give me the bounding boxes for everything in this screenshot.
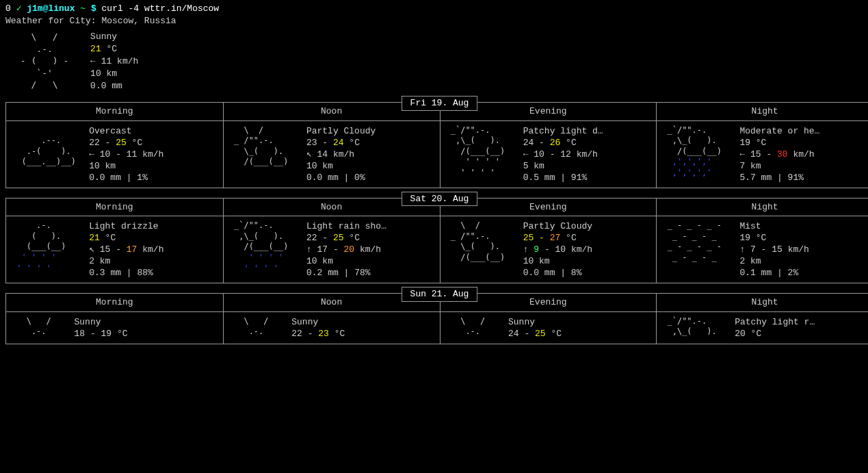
- forecast-precip: 0.0 mm | 8%: [523, 267, 651, 279]
- forecast-temp: 22 - 25 °C: [89, 137, 218, 149]
- forecast-wind: ↑ 7 - 15 km/h: [739, 244, 867, 255]
- weather-ascii-art: _`/"".-. ,\_( ). /(___(__) ' ' ' ' ' ' '…: [229, 220, 298, 279]
- forecast-visibility: 10 km: [523, 255, 651, 267]
- forecast-cell: .-. ( ). (___(__) ' ' ' ' ' ' ' ' Light …: [6, 216, 223, 283]
- forecast-precip: 0.0 mm | 0%: [306, 172, 434, 183]
- current-conditions: \ / .-. - ( ) - `-' / \ Sunny 21 °C ← 11…: [15, 31, 868, 92]
- forecast-cell: \ / .-. Sunny22 - 23 °C: [223, 312, 440, 344]
- forecast-visibility: 10 km: [306, 160, 434, 172]
- current-wind: ← 11 km/h: [90, 55, 138, 68]
- weather-ascii-art: _`/"".-. ,\_( ).: [662, 316, 726, 340]
- period-header-night: Night: [656, 103, 868, 120]
- forecast-cell: .--. .-( ). (___.__)__) Overcast22 - 25 …: [6, 121, 223, 188]
- forecast-cell: \ / .-. Sunny24 - 25 °C: [440, 312, 657, 344]
- forecast-day: Fri 19. AugMorningNoonEveningNight .--. …: [5, 102, 868, 188]
- forecast-precip: 0.2 mm | 78%: [306, 267, 434, 279]
- forecast-visibility: 5 km: [523, 160, 651, 172]
- forecast-cell: \ / .-. Sunny18 - 19 °C: [6, 312, 223, 344]
- forecast-wind: ↖ 14 km/h: [306, 149, 434, 160]
- forecast-cell: _ - _ - _ - _ - _ - _ _ - _ - _ - _ - _ …: [656, 216, 868, 283]
- day-title: Fri 19. Aug: [402, 96, 478, 111]
- forecast-precip: 0.1 mm | 2%: [739, 267, 867, 279]
- forecast-temp: 24 - 25 °C: [508, 328, 650, 340]
- forecast-wind: ← 10 - 12 km/h: [523, 149, 651, 160]
- forecast-wind: ← 10 - 11 km/h: [89, 149, 218, 160]
- weather-ascii-art: _`/"".-. ,\_( ). /(___(__) ‚'‚'‚'‚' ‚'‚'…: [662, 125, 731, 183]
- forecast-temp: 25 - 27 °C: [523, 232, 651, 244]
- forecast-wind: ↖ 15 - 17 km/h: [89, 244, 218, 255]
- forecast-container: Fri 19. AugMorningNoonEveningNight .--. …: [5, 102, 868, 344]
- forecast-wind: ↑ 9 - 10 km/h: [523, 244, 651, 255]
- forecast-day: Sun 21. AugMorningNoonEveningNight \ / .…: [5, 293, 868, 344]
- period-header-night: Night: [656, 294, 868, 311]
- weather-ascii-art: \ / .-. - ( ) - `-' / \: [15, 31, 74, 92]
- report-header: Weather for City: Moscow, Russia: [5, 15, 868, 27]
- forecast-wind: ← 15 - 30 km/h: [739, 149, 867, 160]
- forecast-cell: \ / _ /"".-. \_( ). /(___(__) Partly Clo…: [223, 121, 440, 188]
- forecast-visibility: 2 km: [89, 255, 218, 267]
- terminal-prompt: 0 ✓ j1m@linux ~ $ curl -4 wttr.in/Moscow: [5, 3, 868, 15]
- forecast-precip: 0.3 mm | 88%: [89, 267, 218, 279]
- weather-ascii-art: \ / .-.: [229, 316, 283, 340]
- current-precip: 0.0 mm: [90, 80, 138, 92]
- forecast-desc: Patchy light d…: [523, 125, 651, 137]
- forecast-desc: Mist: [739, 220, 867, 232]
- forecast-cell: _`/"".-. ,\_( ). /(___(__) ' ' ' ' ' ' '…: [440, 121, 657, 188]
- period-header-morning: Morning: [6, 103, 223, 120]
- current-desc: Sunny: [90, 31, 138, 43]
- forecast-desc: Moderate or he…: [739, 125, 867, 137]
- forecast-desc: Light drizzle: [89, 220, 218, 232]
- period-header-morning: Morning: [6, 199, 223, 216]
- day-title: Sat 20. Aug: [402, 192, 478, 207]
- day-title: Sun 21. Aug: [402, 287, 478, 302]
- forecast-temp: 19 °C: [739, 232, 867, 244]
- forecast-visibility: 2 km: [739, 255, 867, 267]
- forecast-desc: Partly Cloudy: [306, 125, 434, 137]
- forecast-precip: 0.5 mm | 91%: [523, 172, 651, 183]
- weather-ascii-art: \ / .-.: [12, 316, 66, 340]
- forecast-precip: 5.7 mm | 91%: [739, 172, 867, 183]
- forecast-temp: 22 - 25 °C: [306, 232, 434, 244]
- period-header-night: Night: [656, 199, 868, 216]
- forecast-desc: Light rain sho…: [306, 220, 434, 232]
- forecast-temp: 19 °C: [739, 137, 867, 149]
- weather-ascii-art: \ / .-.: [446, 316, 500, 340]
- forecast-temp: 22 - 23 °C: [291, 328, 434, 340]
- forecast-temp: 21 °C: [89, 232, 218, 244]
- weather-ascii-art: _ - _ - _ - _ - _ - _ _ - _ - _ - _ - _ …: [662, 220, 731, 279]
- forecast-desc: Sunny: [291, 316, 434, 328]
- period-header-morning: Morning: [6, 294, 223, 311]
- forecast-temp: 18 - 19 °C: [74, 328, 217, 340]
- current-visibility: 10 km: [90, 68, 138, 80]
- forecast-precip: 0.0 mm | 1%: [89, 172, 218, 183]
- weather-ascii-art: \ / _ /"".-. \_( ). /(___(__): [446, 220, 515, 279]
- current-temp: 21 °C: [90, 43, 138, 55]
- forecast-visibility: 10 km: [89, 160, 218, 172]
- forecast-temp: 20 °C: [735, 328, 867, 340]
- forecast-desc: Sunny: [508, 316, 650, 328]
- weather-ascii-art: _`/"".-. ,\_( ). /(___(__) ' ' ' ' ' ' '…: [446, 125, 515, 183]
- weather-ascii-art: .-. ( ). (___(__) ' ' ' ' ' ' ' ': [12, 220, 81, 279]
- forecast-temp: 24 - 26 °C: [523, 137, 651, 149]
- forecast-desc: Overcast: [89, 125, 218, 137]
- forecast-desc: Sunny: [74, 316, 217, 328]
- forecast-visibility: 10 km: [306, 255, 434, 267]
- forecast-temp: 23 - 24 °C: [306, 137, 434, 149]
- forecast-wind: ↑ 17 - 20 km/h: [306, 244, 434, 255]
- forecast-visibility: 7 km: [739, 160, 867, 172]
- forecast-cell: _`/"".-. ,\_( ). /(___(__) ' ' ' ' ' ' '…: [223, 216, 440, 283]
- weather-ascii-art: \ / _ /"".-. \_( ). /(___(__): [229, 125, 298, 183]
- forecast-cell: _`/"".-. ,\_( ). /(___(__) ‚'‚'‚'‚' ‚'‚'…: [656, 121, 868, 188]
- forecast-cell: \ / _ /"".-. \_( ). /(___(__) Partly Clo…: [440, 216, 657, 283]
- forecast-desc: Patchy light r…: [735, 316, 867, 328]
- forecast-day: Sat 20. AugMorningNoonEveningNight .-. (…: [5, 198, 868, 284]
- weather-ascii-art: .--. .-( ). (___.__)__): [12, 125, 81, 183]
- forecast-desc: Partly Cloudy: [523, 220, 651, 232]
- forecast-cell: _`/"".-. ,\_( ). Patchy light r…20 °C: [656, 312, 868, 344]
